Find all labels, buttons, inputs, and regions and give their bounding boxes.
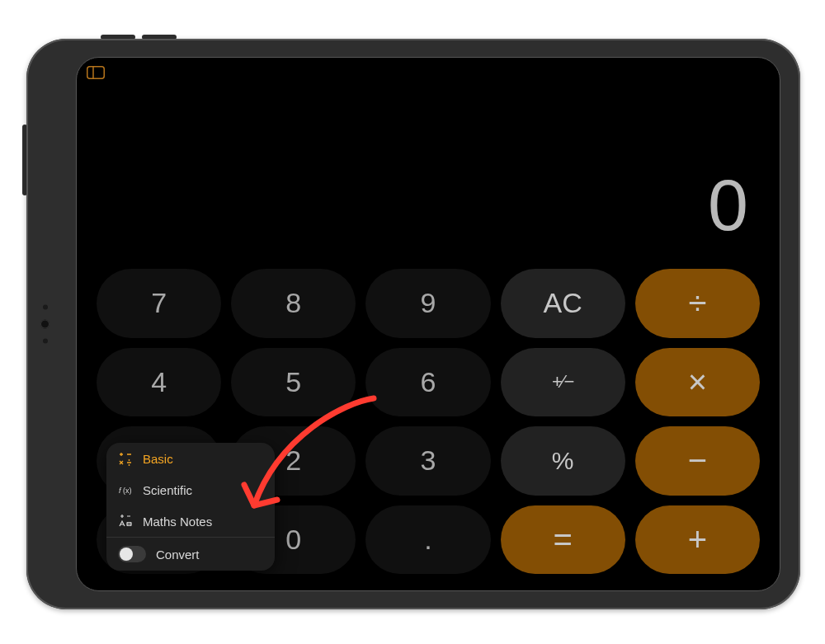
key-7[interactable]: 7 — [97, 269, 221, 338]
mode-popover: Basic f (x) Scientific — [106, 443, 275, 571]
key-divide[interactable]: ÷ — [635, 269, 760, 338]
mode-item-scientific[interactable]: f (x) Scientific — [106, 474, 275, 505]
svg-point-17 — [129, 464, 130, 466]
key-multiply[interactable]: × — [635, 348, 760, 417]
calculator-display: 0 — [708, 163, 750, 247]
mode-item-basic[interactable]: Basic — [106, 443, 275, 474]
key-toggle-sign[interactable]: +⁄− — [501, 348, 625, 417]
key-3[interactable]: 3 — [365, 426, 490, 496]
key-minus[interactable]: − — [635, 426, 760, 496]
key-decimal[interactable]: . — [365, 505, 490, 575]
key-5[interactable]: 5 — [231, 348, 356, 417]
screen: 0 7 8 9 AC ÷ 4 5 6 +⁄− × 1 2 3 % − — [76, 57, 780, 591]
key-ac[interactable]: AC — [501, 269, 625, 338]
mode-item-label: Scientific — [143, 483, 192, 497]
key-9[interactable]: 9 — [365, 269, 490, 338]
ipad-bezel: 0 7 8 9 AC ÷ 4 5 6 +⁄− × 1 2 3 % − — [26, 39, 800, 609]
convert-toggle[interactable] — [118, 546, 146, 562]
key-8[interactable]: 8 — [231, 269, 356, 338]
key-equals[interactable]: = — [501, 505, 625, 575]
scientific-mode-icon: f (x) — [118, 482, 133, 497]
maths-notes-mode-icon — [118, 514, 133, 529]
svg-text:f: f — [119, 487, 122, 495]
svg-point-15 — [129, 459, 130, 461]
convert-row[interactable]: Convert — [106, 538, 275, 571]
mode-item-label: Basic — [143, 452, 173, 466]
sidebar-toggle-icon[interactable] — [87, 66, 105, 79]
key-6[interactable]: 6 — [365, 348, 490, 417]
camera-cluster — [40, 305, 50, 344]
key-percent[interactable]: % — [501, 426, 625, 496]
svg-rect-0 — [87, 67, 105, 79]
mode-item-label: Maths Notes — [143, 515, 212, 529]
convert-label: Convert — [156, 548, 200, 562]
key-4[interactable]: 4 — [97, 348, 221, 417]
svg-text:(x): (x) — [123, 487, 132, 495]
basic-mode-icon — [118, 451, 133, 466]
mode-item-maths-notes[interactable]: Maths Notes — [106, 505, 275, 537]
key-plus[interactable]: + — [635, 505, 760, 575]
